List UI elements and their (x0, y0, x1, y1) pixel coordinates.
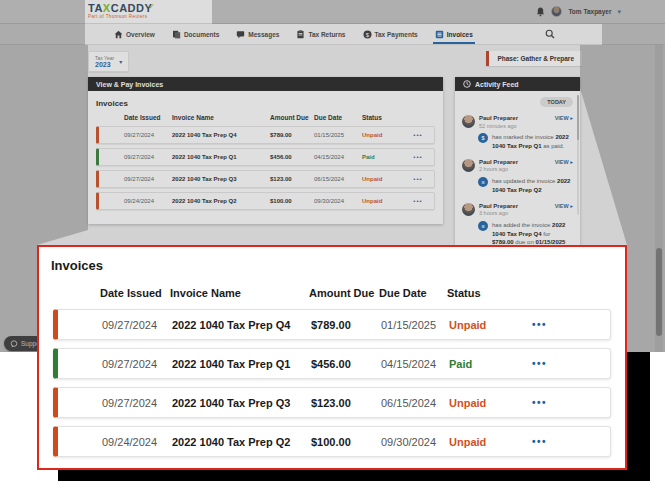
nav-tab-overview[interactable]: Overview (114, 24, 155, 44)
row-menu-ellipsis-icon[interactable]: ••• (402, 154, 434, 160)
col-amount-due: Amount Due (270, 114, 314, 121)
nav-bar: Overview Documents Messages Tax Returns … (0, 24, 665, 45)
col-status: Status (362, 114, 402, 121)
nav-tab-label: Tax Payments (375, 31, 418, 38)
invoice-row[interactable]: 09/27/2024 2022 1040 Tax Prep Q4 $789.00… (53, 309, 611, 340)
col-status: Status (447, 287, 530, 299)
activity-timestamp: 2 hours ago (479, 166, 551, 173)
invoice-row[interactable]: 09/27/2024 2022 1040 Tax Prep Q1 $456.00… (53, 348, 611, 379)
cell-amount-due: $456.00 (270, 154, 314, 160)
row-menu-ellipsis-icon[interactable]: ••• (532, 319, 610, 330)
invoice-row[interactable]: 09/27/2024 2022 1040 Tax Prep Q3 $123.00… (96, 170, 435, 188)
cell-invoice-name: 2022 1040 Tax Prep Q4 (172, 132, 270, 138)
activity-item: Paul Preparer 52 minutes ago VIEW ▸ $ ha… (462, 115, 573, 151)
app-scrollbar[interactable] (655, 45, 663, 352)
user-avatar[interactable] (551, 6, 562, 17)
taxcaddy-logo[interactable]: TAXCADDY✓ Part of Thomson Reuters (88, 3, 156, 20)
activity-item: Paul Preparer 2 hours ago VIEW ▸ ≡ has u… (462, 159, 573, 195)
cell-invoice-name: 2022 1040 Tax Prep Q3 (172, 176, 270, 182)
row-menu-ellipsis-icon[interactable]: ••• (532, 358, 610, 369)
activity-message: has marked the invoice 2022 1040 Tax Pre… (492, 133, 573, 150)
screenshot-canvas: TAXCADDY✓ Part of Thomson Reuters Tom Ta… (0, 0, 665, 481)
cell-invoice-name: 2022 1040 Tax Prep Q2 (172, 198, 270, 204)
col-amount-due: Amount Due (309, 287, 379, 299)
col-invoice-name: Invoice Name (170, 287, 309, 299)
cell-amount-due: $123.00 (270, 176, 314, 182)
cell-invoice-name: 2022 1040 Tax Prep Q1 (172, 154, 270, 160)
view-link[interactable]: VIEW ▸ (555, 159, 573, 165)
cell-amount-due: $456.00 (311, 358, 381, 370)
invoices-panel-body: Invoices Date Issued Invoice Name Amount… (88, 91, 443, 224)
row-menu-ellipsis-icon[interactable]: ••• (532, 397, 610, 408)
tax-year-dropdown[interactable]: Tax Year 2023 ▾ (88, 51, 129, 72)
cell-date-issued: 09/27/2024 (124, 154, 172, 160)
nav-tab-invoices[interactable]: Invoices (435, 24, 473, 44)
cell-due-date: 09/30/2024 (381, 436, 449, 448)
today-badge: TODAY (540, 97, 573, 107)
clock-icon (463, 80, 471, 88)
search-icon (545, 29, 555, 39)
invoice-circle-icon: ≡ (478, 221, 488, 231)
topbar-user-area: Tom Taxpayer ▾ (536, 6, 621, 17)
row-menu-ellipsis-icon[interactable]: ••• (402, 132, 434, 138)
cell-date-issued: 09/27/2024 (124, 176, 172, 182)
preparer-avatar (462, 159, 475, 172)
activity-message: has added the invoice 2022 1040 Tax Prep… (492, 221, 573, 247)
app-scrollbar-thumb[interactable] (656, 248, 662, 336)
cell-date-issued: 09/27/2024 (102, 319, 172, 331)
cell-date-issued: 09/27/2024 (124, 132, 172, 138)
invoices-zoom-callout: Invoices Date Issued Invoice Name Amount… (37, 245, 627, 470)
nav-tab-tax-returns[interactable]: Tax Returns (296, 24, 345, 44)
cell-amount-due: $100.00 (270, 198, 314, 204)
col-date-issued: Date Issued (124, 114, 172, 121)
cell-due-date: 04/15/2024 (314, 154, 362, 160)
view-arrow-icon: ▸ (570, 159, 573, 165)
cell-due-date: 09/30/2024 (314, 198, 362, 204)
row-menu-ellipsis-icon[interactable]: ••• (402, 198, 434, 204)
activity-timestamp: 3 hours ago (479, 210, 551, 217)
cell-amount-due: $123.00 (311, 397, 381, 409)
documents-icon (172, 30, 181, 39)
activity-user-name: Paul Preparer (479, 115, 551, 123)
nav-tab-messages[interactable]: Messages (236, 24, 279, 44)
nav-tab-label: Invoices (447, 31, 473, 38)
logo-x: X (103, 2, 111, 14)
status-badge: Paid (449, 358, 532, 370)
nav-tab-tax-payments[interactable]: $ Tax Payments (363, 24, 418, 44)
user-name[interactable]: Tom Taxpayer (568, 8, 611, 15)
activity-feed-header: Activity Feed (455, 77, 580, 91)
invoice-row[interactable]: 09/24/2024 2022 1040 Tax Prep Q2 $100.00… (53, 426, 611, 457)
feed-scrollbar[interactable] (577, 95, 580, 215)
user-menu-chevron-down-icon[interactable]: ▾ (617, 8, 621, 16)
invoice-row[interactable]: 09/24/2024 2022 1040 Tax Prep Q2 $100.00… (96, 192, 435, 210)
col-due-date: Due Date (314, 114, 362, 121)
search-button[interactable] (545, 25, 555, 43)
view-arrow-icon: ▸ (570, 115, 573, 121)
cell-due-date: 01/15/2025 (381, 319, 449, 331)
cell-amount-due: $789.00 (270, 132, 314, 138)
preparer-avatar (462, 203, 475, 216)
activity-user-name: Paul Preparer (479, 203, 551, 211)
row-menu-ellipsis-icon[interactable]: ••• (402, 176, 434, 182)
col-invoice-name: Invoice Name (172, 114, 270, 121)
col-due-date: Due Date (379, 287, 447, 299)
logo-wordmark: TAXCADDY✓ (88, 3, 156, 14)
invoice-row[interactable]: 09/27/2024 2022 1040 Tax Prep Q3 $123.00… (53, 387, 611, 418)
view-link[interactable]: VIEW ▸ (555, 115, 573, 121)
logo-tagline: Part of Thomson Reuters (88, 15, 156, 20)
row-menu-ellipsis-icon[interactable]: ••• (532, 436, 610, 447)
cell-date-issued: 09/24/2024 (102, 436, 172, 448)
cell-due-date: 06/15/2024 (314, 176, 362, 182)
invoice-row[interactable]: 09/27/2024 2022 1040 Tax Prep Q4 $789.00… (96, 126, 435, 144)
notifications-bell-icon[interactable] (536, 7, 545, 17)
invoice-row[interactable]: 09/27/2024 2022 1040 Tax Prep Q1 $456.00… (96, 148, 435, 166)
col-date-issued: Date Issued (100, 287, 170, 299)
view-link[interactable]: VIEW ▸ (555, 203, 573, 209)
phase-badge: Phase: Gather & Prepare (486, 51, 582, 66)
invoices-icon (435, 30, 444, 39)
home-icon (114, 30, 123, 39)
nav-tab-label: Overview (126, 31, 155, 38)
nav-tab-documents[interactable]: Documents (172, 24, 219, 44)
invoices-section-title: Invoices (96, 99, 435, 108)
messages-chat-icon (236, 30, 245, 39)
